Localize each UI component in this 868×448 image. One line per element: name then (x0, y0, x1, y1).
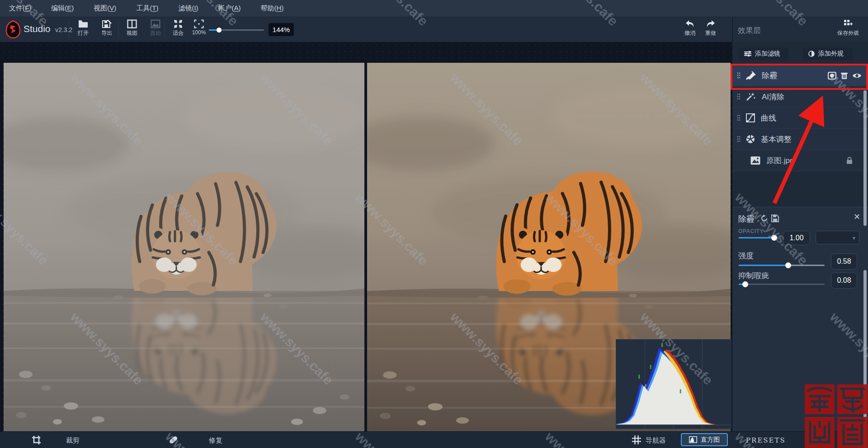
drag-handle-icon[interactable] (737, 115, 741, 121)
repair-icon[interactable] (168, 435, 179, 445)
image-canvas (0, 42, 732, 431)
bottom-bar: 裁剪 修复 导航器 直方图 PRESETS (0, 431, 868, 448)
zoom-level-readout[interactable]: 144% (269, 23, 294, 36)
aperture-icon (746, 135, 755, 144)
menu-item-view[interactable]: 视图V (94, 4, 116, 13)
before-image[interactable] (4, 63, 364, 431)
look-icon (808, 51, 815, 57)
reset-icon[interactable] (760, 215, 768, 222)
open-button[interactable]: 打开 (72, 19, 94, 37)
opacity-value[interactable]: 1.00 (783, 231, 810, 245)
toolbar-separator (69, 20, 69, 39)
toolbar-panel-divider (732, 17, 733, 42)
filter-settings-title: 除霾 (738, 214, 755, 224)
actual-size-icon (188, 19, 210, 28)
crop-label[interactable]: 裁剪 (66, 436, 80, 445)
export-button[interactable]: 导出 (96, 19, 118, 37)
layer-row-basic-adjustment[interactable]: 基本调整 (732, 129, 868, 150)
suppress-artifacts-value[interactable]: 0.08 (831, 272, 857, 289)
repair-label[interactable]: 修复 (209, 436, 222, 445)
layer-list: 除霾 AI清除 曲线 基本调整 (732, 65, 868, 171)
save-look-grid-icon (835, 19, 862, 28)
lock-icon (846, 157, 853, 164)
opacity-slider[interactable] (739, 234, 778, 241)
navigator-label[interactable]: 导航器 (646, 436, 666, 445)
add-look-button[interactable]: 添加外观 (803, 47, 853, 60)
menu-item-filters[interactable]: 滤镜I (178, 4, 198, 13)
strength-value[interactable]: 0.58 (831, 253, 857, 270)
menu-item-edit[interactable]: 编辑E (51, 4, 74, 13)
toolbar: Studio v2.3.2 打开 导出 视图 原始 适合 100% (0, 17, 868, 42)
zoom-slider[interactable] (209, 27, 264, 33)
menu-item-help[interactable]: 帮助H (261, 4, 284, 13)
original-image-icon (145, 19, 166, 28)
drag-handle-icon[interactable] (737, 136, 741, 142)
chevron-down-icon: ▾ (853, 235, 855, 241)
mask-icon[interactable] (828, 72, 836, 79)
filter-settings-panel: 除霾 ✕ OPACITY 1.00 ▾ 强度 0.58 抑制瑕疵 (732, 207, 868, 432)
navigator-icon[interactable] (632, 435, 641, 444)
curves-icon (746, 113, 755, 122)
drag-handle-icon[interactable] (737, 93, 741, 100)
strength-slider[interactable] (739, 262, 825, 268)
save-export-icon (96, 19, 118, 28)
redo-button[interactable]: 重做 (700, 19, 722, 37)
presets-label[interactable]: PRESETS (746, 436, 786, 444)
save-filter-icon[interactable] (771, 215, 779, 222)
redo-icon (700, 19, 722, 28)
toolbar-separator (165, 20, 165, 39)
layer-row-curves[interactable]: 曲线 (732, 107, 868, 129)
app-name: Studio (24, 23, 51, 34)
save-look-button[interactable]: 保存外观 (835, 19, 862, 37)
image-icon (750, 156, 760, 165)
panel-scrollbar-thumb[interactable] (863, 90, 867, 226)
blend-mode-dropdown[interactable]: ▾ (816, 231, 859, 244)
view-mode-button[interactable]: 视图 (121, 19, 143, 37)
application-window: 文件F 编辑E 视图V 工具T 滤镜I 帐户A 帮助H Studio v2.3.… (0, 0, 868, 448)
trash-icon[interactable] (840, 72, 848, 79)
brush-icon (746, 71, 756, 80)
undo-icon (679, 19, 701, 28)
histogram-icon (689, 436, 697, 443)
layer-row-dehaze[interactable]: 除霾 (732, 65, 868, 86)
strength-label: 强度 (738, 251, 754, 261)
sliders-icon (744, 51, 751, 57)
original-button[interactable]: 原始 (145, 19, 166, 37)
strength-slider-knob[interactable] (785, 262, 791, 268)
bottom-bar-separator (738, 432, 738, 448)
suppress-artifacts-slider[interactable] (739, 281, 825, 287)
effects-layer-panel: 添加滤镜 添加外观 除霾 AI清除 (732, 42, 868, 431)
zoom-slider-knob[interactable] (217, 28, 222, 33)
fit-button[interactable]: 适合 (167, 19, 189, 37)
fit-screen-icon (167, 19, 189, 28)
suppress-artifacts-label: 抑制瑕疵 (738, 271, 769, 281)
effects-panel-title: 效果层 (738, 25, 761, 36)
folder-icon (72, 19, 94, 28)
eye-icon[interactable] (852, 72, 862, 79)
full-size-button[interactable]: 100% (188, 19, 210, 36)
undo-button[interactable]: 撤消 (679, 19, 701, 37)
menu-item-account[interactable]: 帐户A (218, 4, 241, 13)
menu-item-file[interactable]: 文件F (9, 4, 31, 13)
crop-icon[interactable] (32, 435, 41, 445)
layer-row-ai-clear[interactable]: AI清除 (732, 86, 868, 107)
magic-wand-icon (746, 92, 756, 101)
menu-item-tools[interactable]: 工具T (136, 4, 158, 13)
layer-row-original-image[interactable]: 原图.jpg (732, 150, 868, 171)
drag-handle-icon[interactable] (737, 72, 741, 79)
opacity-label: OPACITY (738, 228, 764, 234)
menu-bar: 文件F 编辑E 视图V 工具T 滤镜I 帐户A 帮助H (0, 0, 868, 17)
add-filter-button[interactable]: 添加滤镜 (739, 47, 788, 60)
histogram-panel (616, 339, 731, 429)
settings-scrollbar-thumb[interactable] (863, 270, 867, 448)
close-settings-icon[interactable]: ✕ (854, 212, 860, 222)
app-version: v2.3.2 (55, 26, 72, 33)
split-view-icon (121, 19, 143, 28)
app-logo (5, 20, 22, 39)
opacity-slider-knob[interactable] (771, 235, 777, 241)
toolbar-separator (118, 20, 119, 39)
histogram-toggle-button[interactable]: 直方图 (681, 433, 728, 446)
suppress-artifacts-slider-knob[interactable] (742, 281, 748, 287)
